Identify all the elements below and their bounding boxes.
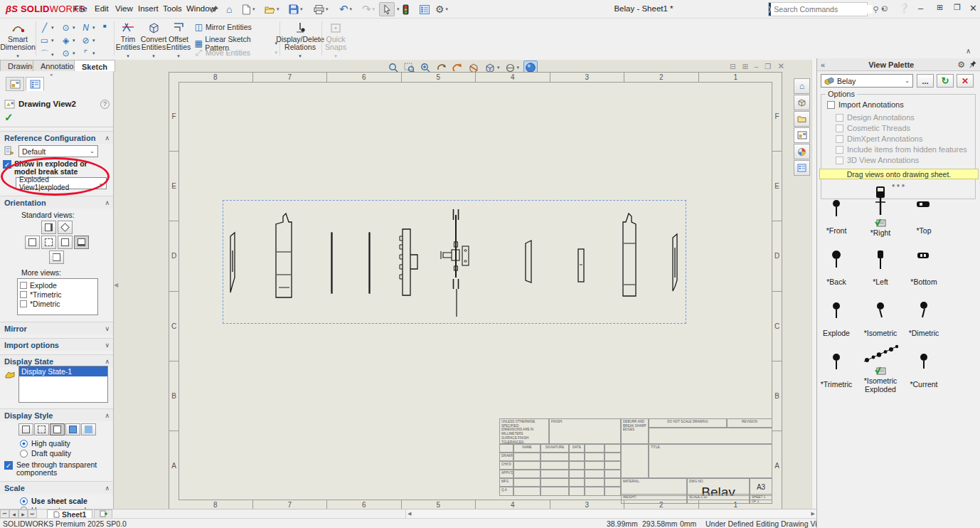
propertymanager-tab[interactable] [26,77,44,91]
doc-minimize-icon[interactable]: – [755,63,759,70]
see-through-checkbox[interactable]: ✓ [4,461,13,470]
view-thumb-right[interactable]: *Right [856,185,905,237]
wireframe-style-button[interactable] [18,423,33,435]
featuremanager-tab[interactable] [6,77,24,91]
view-thumb-back[interactable]: *Back [811,245,861,286]
slot-tool[interactable]: ⌒▾ [39,48,54,60]
view-thumb-isometric-exploded[interactable]: *Isometric Exploded [856,340,905,394]
display-delete-relations-button[interactable]: Display/Delete Relations▾ [282,20,319,60]
options-gear-icon[interactable]: ⚙▾ [435,2,448,16]
hidden-lines-removed-button[interactable] [50,423,65,435]
convert-entities-button[interactable]: Convert Entities▾ [141,20,166,60]
palette-document-select[interactable]: Belay⌄ [821,74,913,88]
doc-restore-icon[interactable]: ❐ [765,63,771,70]
doc-close-icon[interactable]: ✕ [777,61,784,71]
import-annotations-checkbox[interactable] [827,101,835,109]
smart-dimension-button[interactable]: Smart Dimension ▾ [1,20,34,60]
refresh-button[interactable]: ↻ [937,74,954,88]
redo-icon[interactable]: ↷▾ [362,2,375,16]
line-tool[interactable]: ╱▾ [39,23,54,33]
add-sheet-button[interactable] [94,509,112,519]
view-thumb-front[interactable]: *Front [811,194,861,235]
hidden-lines-visible-button[interactable] [34,423,49,435]
import-options-header[interactable]: Import options∨ [0,338,114,351]
reference-configuration-header[interactable]: Reference Configuration∧ [0,131,114,144]
view-thumb-left[interactable]: *Left [856,245,905,286]
view-thumb-trimetric[interactable]: *Trimetric [811,347,861,389]
layout-button[interactable]: ⊞ [937,3,943,12]
high-quality-radio[interactable] [20,440,28,448]
drawing-view2-selection[interactable] [223,200,686,324]
view-thumb-explode[interactable]: Explode [811,296,861,337]
view-thumb-bottom[interactable]: *Bottom [899,245,949,286]
file-properties-icon[interactable] [420,2,430,16]
orientation-header[interactable]: Orientation∧ [0,196,114,208]
view-thumb-top[interactable]: *Top [899,194,949,235]
file-explorer-icon[interactable] [794,111,810,127]
doc-new-window-icon[interactable]: ⊟ [730,63,735,70]
panel-splitter-dots[interactable]: ● [50,72,53,77]
home-tab-icon[interactable]: ⌂ [794,78,810,94]
fillet-tool[interactable]: ⌜▾ [80,48,95,58]
prev-sheet-button[interactable]: ◀ [9,509,18,518]
display-state-list[interactable]: Display State-1 [18,366,108,403]
restore-button[interactable]: ❐ [954,3,961,12]
view-thumb-dimetric[interactable]: *Dimetric [899,296,949,337]
search-icon[interactable]: ⚲ [873,5,878,14]
help-circle-icon[interactable]: ? [100,100,110,109]
menu-tools[interactable]: Tools [160,4,185,13]
use-custom-scale-radio[interactable] [20,507,28,509]
select-dropdown[interactable]: ▾ [395,2,400,16]
appearances-icon[interactable] [794,144,810,159]
doc-tile-icon[interactable]: ⊞ [742,63,747,70]
dimetric-checkbox[interactable] [20,300,27,307]
scale-header[interactable]: Scale∧ [0,481,114,494]
menu-view[interactable]: View [112,4,136,13]
mirror-entities-button[interactable]: ◫Mirror Entities [193,22,252,32]
display-state-item[interactable]: Display State-1 [19,366,107,376]
pin-menu-icon[interactable] [211,2,219,16]
use-sheet-scale-radio[interactable] [20,497,28,505]
search-commands-box[interactable]: 〉 ⚲ ▾ [768,2,868,16]
ok-check-icon[interactable]: ✓ [4,111,14,124]
menu-edit[interactable]: Edit [92,4,112,13]
point-tool[interactable]: ■ [100,23,110,29]
pin-pane-icon[interactable] [969,60,976,68]
exploded-view-select[interactable]: Exploded View1|exploded⌄ [16,177,107,189]
back-view-button[interactable] [74,236,89,249]
front-view-button[interactable] [41,221,56,234]
bottom-view-button[interactable] [49,250,64,264]
save-icon[interactable]: ▾ [289,2,303,16]
shaded-button[interactable] [81,423,96,435]
close-button[interactable]: ✕ [969,3,977,14]
search-input[interactable] [771,5,873,14]
menu-file[interactable]: File [71,4,90,13]
arc-tool[interactable]: ⊙▾ [60,48,75,58]
collapse-ribbon-icon[interactable]: ∧ [966,47,971,55]
first-sheet-button[interactable]: ⏮ [0,509,9,518]
configuration-select[interactable]: Default⌄ [18,145,98,157]
right-view-button[interactable] [58,236,73,249]
view-palette-tab-icon[interactable] [794,127,810,143]
custom-properties-icon[interactable] [794,160,810,176]
isometric-view-button[interactable] [58,221,73,234]
offset-entities-button[interactable]: Offset Entities▾ [166,20,191,60]
exploded-state-checkbox[interactable]: ✓ [3,160,11,169]
new-document-icon[interactable]: ▾ [242,2,255,16]
draft-quality-radio[interactable] [20,450,28,458]
palette-options-gear-icon[interactable]: ⚙ [957,60,965,70]
trim-entities-button[interactable]: Trim Entities▾ [116,20,140,60]
design-library-icon[interactable] [794,95,810,110]
open-icon[interactable]: ▾ [265,2,279,16]
explode-checkbox[interactable] [20,282,27,289]
print-icon[interactable]: ▾ [314,2,329,16]
view-thumb-isometric[interactable]: *Isometric [856,296,905,337]
horizontal-scrollbar[interactable]: ◀▶ [405,509,816,518]
menu-insert[interactable]: Insert [135,4,161,13]
select-tool-icon[interactable] [379,2,395,16]
panel-splitter-arrow[interactable]: ◀ [114,282,118,288]
tab-sketch[interactable]: Sketch [74,60,115,72]
shaded-with-edges-button[interactable] [65,423,80,435]
trimetric-checkbox[interactable] [20,291,27,298]
undo-icon[interactable]: ↶▾ [339,2,352,16]
